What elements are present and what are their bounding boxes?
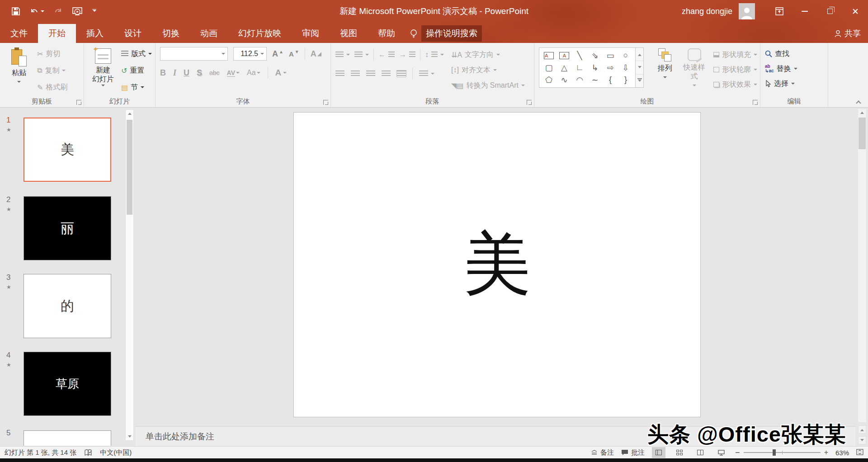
shape-arc[interactable]: ◠: [572, 74, 587, 86]
drawing-dialog-launcher[interactable]: [753, 100, 758, 105]
undo-button[interactable]: [30, 8, 44, 15]
font-color-button[interactable]: A: [275, 66, 287, 79]
canvas-scroll-up-icon[interactable]: [860, 110, 864, 114]
collapse-ribbon-button[interactable]: [855, 100, 862, 105]
thumbnail-scroll-up-icon[interactable]: [128, 111, 132, 115]
increase-indent-button[interactable]: →: [399, 48, 415, 61]
numbering-button[interactable]: [354, 48, 369, 61]
font-name-combo[interactable]: [160, 47, 228, 61]
columns-button[interactable]: [419, 67, 434, 80]
change-case-button[interactable]: Aa: [247, 66, 260, 79]
tab-view[interactable]: 视图: [330, 24, 368, 43]
shape-freeform[interactable]: ⬠: [541, 74, 557, 86]
clipboard-dialog-launcher[interactable]: [76, 100, 81, 105]
cut-button[interactable]: ✂剪切: [37, 47, 67, 60]
shape-elbow-connector[interactable]: ∟: [572, 61, 587, 74]
language-indicator[interactable]: 中文(中国): [100, 448, 132, 457]
tab-file[interactable]: 文件: [0, 24, 38, 43]
shape-outline-button[interactable]: 形状轮廓: [713, 63, 757, 76]
thumbnail-scroll-down-icon[interactable]: [128, 435, 132, 439]
underline-button[interactable]: U: [184, 68, 189, 78]
shape-right-brace[interactable]: }: [618, 74, 633, 86]
spell-check-button[interactable]: [85, 449, 92, 456]
close-button[interactable]: ✕: [843, 0, 868, 23]
distribute-button[interactable]: [397, 67, 406, 80]
bold-button[interactable]: B: [160, 68, 166, 78]
canvas-scrollbar-thumb[interactable]: [859, 118, 866, 149]
copy-button[interactable]: ⧉复制: [37, 64, 67, 77]
minimize-button[interactable]: [792, 0, 817, 23]
notes-toggle-button[interactable]: 备注: [591, 448, 614, 457]
restore-button[interactable]: [817, 0, 843, 23]
shape-curve[interactable]: ∼: [587, 74, 603, 86]
normal-view-button[interactable]: [652, 447, 665, 458]
tell-me-search[interactable]: 操作说明搜索: [410, 24, 482, 43]
shape-scribble[interactable]: ∿: [557, 74, 572, 86]
text-shadow-button[interactable]: S: [197, 68, 202, 78]
shapes-scroll-down[interactable]: [636, 61, 643, 74]
slide-thumbnail-3[interactable]: 的: [24, 274, 111, 338]
select-button[interactable]: 选择: [765, 77, 797, 90]
shape-arrow[interactable]: ⇘: [587, 49, 603, 61]
tab-help[interactable]: 帮助: [368, 24, 406, 43]
font-size-combo[interactable]: 112.5: [233, 47, 267, 61]
quick-styles-button[interactable]: 快速样式: [681, 47, 707, 95]
thumbnail-scrollbar[interactable]: [125, 109, 134, 441]
tab-review[interactable]: 审阅: [292, 24, 330, 43]
format-painter-button[interactable]: ✎格式刷: [37, 81, 67, 94]
reading-view-button[interactable]: [693, 447, 707, 458]
layout-button[interactable]: 版式: [121, 47, 152, 60]
customize-qat-button[interactable]: [92, 9, 96, 14]
grow-font-button[interactable]: A▲: [272, 47, 283, 60]
arrange-button[interactable]: 排列: [652, 47, 678, 95]
new-slide-button[interactable]: ✦ 新建 幻灯片: [89, 47, 118, 95]
tab-transitions[interactable]: 切换: [152, 24, 190, 43]
line-spacing-button[interactable]: ↕: [425, 48, 444, 61]
section-button[interactable]: ▤节: [121, 81, 152, 94]
slide-thumbnail-2[interactable]: 丽: [24, 196, 111, 260]
shape-rounded-rectangle[interactable]: ▢: [541, 61, 557, 74]
shape-rectangle[interactable]: ▭: [603, 49, 618, 61]
align-center-button[interactable]: [351, 67, 360, 80]
shape-oval[interactable]: ○: [618, 49, 633, 61]
redo-button[interactable]: [54, 8, 62, 15]
slide-sorter-view-button[interactable]: [673, 447, 686, 458]
strikethrough-button[interactable]: abc: [209, 69, 220, 76]
clear-formatting-button[interactable]: A◢: [311, 47, 321, 60]
decrease-indent-button[interactable]: ←: [378, 48, 395, 61]
tab-animations[interactable]: 动画: [190, 24, 228, 43]
bullets-button[interactable]: [335, 48, 350, 61]
notes-pane[interactable]: 单击此处添加备注: [136, 426, 855, 446]
zoom-in-button[interactable]: +: [824, 448, 828, 457]
replace-button[interactable]: ab↳ac 替换: [765, 62, 797, 75]
convert-smartart-button[interactable]: ◥▤转换为 SmartArt: [451, 79, 525, 92]
align-right-button[interactable]: [366, 67, 375, 80]
zoom-percentage[interactable]: 63%: [835, 449, 849, 457]
slide-thumbnail-1[interactable]: 美: [24, 118, 111, 182]
slide-canvas[interactable]: 美: [293, 112, 701, 417]
zoom-out-button[interactable]: −: [735, 448, 740, 457]
next-slide-button[interactable]: [858, 436, 866, 444]
shape-textbox[interactable]: A: [541, 49, 557, 61]
align-left-button[interactable]: [335, 67, 344, 80]
slide-text[interactable]: 美: [463, 219, 531, 311]
character-spacing-button[interactable]: AV: [227, 66, 240, 79]
find-button[interactable]: 查找: [765, 47, 797, 60]
thumbnail-scrollbar-thumb[interactable]: [127, 120, 132, 215]
paste-button[interactable]: 粘贴: [5, 47, 33, 95]
undo-dropdown-icon[interactable]: [41, 10, 44, 14]
zoom-slider-track[interactable]: [744, 452, 821, 453]
start-from-beginning-button[interactable]: [72, 7, 82, 16]
shapes-gallery-more[interactable]: [636, 75, 643, 87]
shape-triangle[interactable]: △: [557, 61, 572, 74]
slide-thumbnail-4[interactable]: 草原: [24, 352, 111, 416]
share-button[interactable]: 共享: [835, 24, 861, 43]
reset-button[interactable]: ↺重置: [121, 64, 152, 77]
previous-slide-button[interactable]: [858, 425, 866, 434]
justify-button[interactable]: [382, 67, 391, 80]
shrink-font-button[interactable]: A▼: [289, 47, 299, 60]
paragraph-dialog-launcher[interactable]: [527, 100, 532, 105]
shape-vertical-textbox[interactable]: A: [557, 49, 572, 61]
align-text-button[interactable]: [↕]对齐文本: [451, 64, 525, 76]
text-direction-button[interactable]: ⇊A文字方向: [451, 48, 525, 61]
